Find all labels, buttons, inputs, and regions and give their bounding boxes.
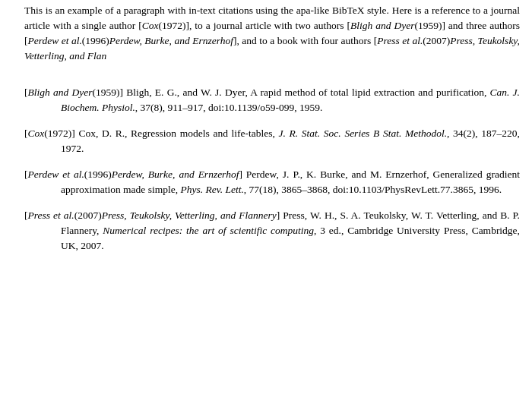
cite-press: Press et al. [377,35,423,46]
ref-key-bligh: [Bligh and Dyer(1959)] [24,87,123,98]
intro-paragraph: This is an example of a paragraph with i… [0,0,532,64]
ref-entry-bligh: [Bligh and Dyer(1959)] Bligh, E. G., and… [24,85,520,115]
ref-text-cox: Cox, D. R., Regression models and life-t… [61,128,520,154]
cite-cox: Cox [142,20,159,31]
ref-journal-press: Numerical recipes: the art of scientific… [103,225,314,236]
ref-entry-cox: [Cox(1972)] Cox, D. R., Regression model… [24,126,520,156]
ref-entry-press: [Press et al.(2007)Press, Teukolsky, Vet… [24,208,520,254]
ref-journal-perdew: Phys. Rev. Lett. [180,184,243,195]
ref-key-perdew: [Perdew et al.(1996)Perdew, Burke, and E… [24,169,242,180]
page: This is an example of a paragraph with i… [0,0,532,416]
references-section: [Bligh and Dyer(1959)] Bligh, E. G., and… [0,64,532,254]
ref-journal-cox: J. R. Stat. Soc. Series B Stat. Methodol… [279,128,448,139]
ref-journal-bligh: Can. J. Biochem. Physiol. [61,87,520,113]
cite-press-full: Press, Teukolsky, Vetterling, and Flan [24,35,520,61]
intro-text: This is an example of a paragraph with i… [24,5,520,61]
ref-text-bligh: Bligh, E. G., and W. J. Dyer, A rapid me… [61,87,520,113]
cite-bligh: Bligh and Dyer [350,20,414,31]
ref-entry-perdew: [Perdew et al.(1996)Perdew, Burke, and E… [24,167,520,197]
ref-key-press: [Press et al.(2007)Press, Teukolsky, Vet… [24,210,280,221]
cite-perdew: Perdew et al. [28,35,82,46]
cite-perdew-full: Perdew, Burke, and Ernzerhof [109,35,233,46]
ref-key-cox: [Cox(1972)] [24,128,75,139]
